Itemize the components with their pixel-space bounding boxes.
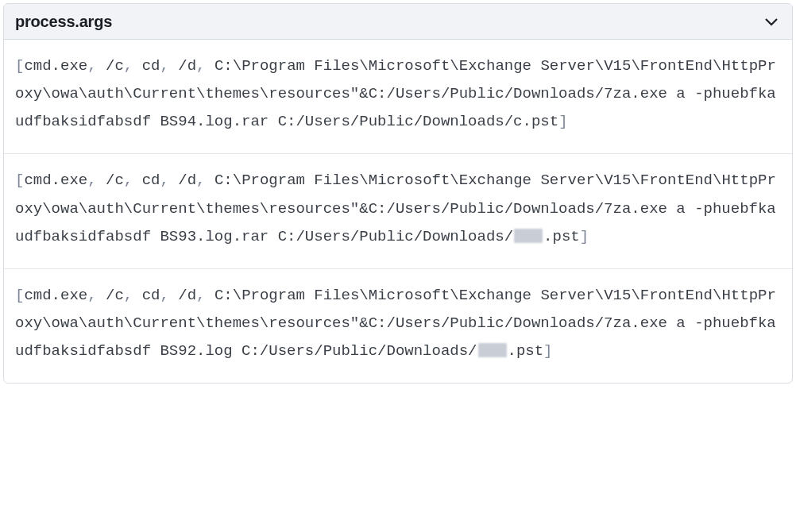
arg: cd bbox=[142, 287, 160, 304]
arg-sep: , bbox=[124, 57, 142, 75]
redacted-segment bbox=[514, 229, 543, 243]
redacted-segment bbox=[478, 343, 507, 357]
table-row: [cmd.exe, /c, cd, /d, C:\Program Files\M… bbox=[4, 268, 792, 383]
arg: .pst bbox=[508, 342, 544, 360]
arg-sep: , bbox=[196, 57, 214, 75]
arg-sep: , bbox=[87, 57, 106, 75]
arg: /c bbox=[106, 287, 124, 304]
bracket-open: [ bbox=[15, 287, 24, 304]
process-args-value: [cmd.exe, /c, cd, /d, C:\Program Files\M… bbox=[15, 282, 781, 365]
bracket-close: ] bbox=[543, 342, 552, 360]
bracket-open: [ bbox=[15, 172, 24, 189]
arg: /c bbox=[106, 57, 124, 75]
arg: cmd.exe bbox=[24, 172, 87, 189]
arg-sep: , bbox=[124, 172, 142, 189]
chevron-down-icon bbox=[764, 17, 779, 26]
arg: cmd.exe bbox=[24, 287, 87, 304]
bracket-open: [ bbox=[15, 57, 24, 75]
arg-sep: , bbox=[160, 172, 178, 189]
arg: /d bbox=[178, 172, 196, 189]
process-args-panel: process.args [cmd.exe, /c, cd, /d, C:\Pr… bbox=[3, 3, 793, 384]
arg-sep: , bbox=[160, 287, 178, 304]
panel-title: process.args bbox=[15, 13, 112, 31]
arg-sep: , bbox=[196, 287, 214, 304]
collapse-toggle[interactable] bbox=[762, 12, 781, 31]
arg: cd bbox=[142, 57, 160, 75]
arg: cmd.exe bbox=[24, 57, 87, 75]
arg: /c bbox=[106, 172, 124, 189]
table-row: [cmd.exe, /c, cd, /d, C:\Program Files\M… bbox=[4, 153, 792, 268]
arg: cd bbox=[142, 172, 160, 189]
arg-sep: , bbox=[196, 172, 214, 189]
process-args-value: [cmd.exe, /c, cd, /d, C:\Program Files\M… bbox=[15, 52, 781, 136]
bracket-close: ] bbox=[558, 113, 567, 130]
arg-sep: , bbox=[124, 287, 142, 304]
arg: .pst bbox=[543, 228, 580, 245]
table-row: [cmd.exe, /c, cd, /d, C:\Program Files\M… bbox=[4, 40, 792, 153]
arg-sep: , bbox=[87, 287, 106, 304]
rows-container: [cmd.exe, /c, cd, /d, C:\Program Files\M… bbox=[4, 40, 792, 383]
arg-sep: , bbox=[87, 172, 106, 189]
process-args-value: [cmd.exe, /c, cd, /d, C:\Program Files\M… bbox=[15, 167, 781, 250]
bracket-close: ] bbox=[580, 228, 589, 245]
arg: /d bbox=[178, 287, 196, 304]
arg-sep: , bbox=[160, 57, 178, 75]
panel-header[interactable]: process.args bbox=[4, 4, 792, 40]
arg: /d bbox=[178, 57, 196, 75]
